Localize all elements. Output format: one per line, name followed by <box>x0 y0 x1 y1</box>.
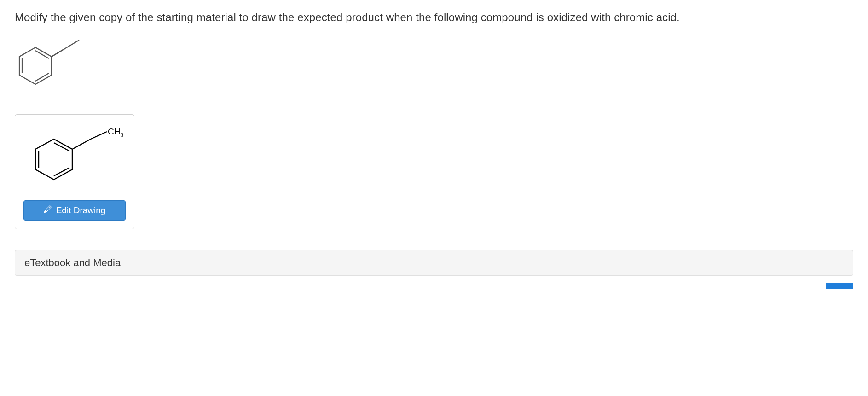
edit-drawing-button[interactable]: Edit Drawing <box>23 200 126 221</box>
svg-line-7 <box>52 48 65 57</box>
pencil-icon <box>44 205 52 215</box>
drawing-card: CH3 Edit Drawing <box>15 114 134 229</box>
bottom-strip <box>15 283 853 289</box>
edit-drawing-label: Edit Drawing <box>56 205 106 215</box>
structure-drawing-canvas[interactable]: CH3 <box>23 123 126 192</box>
etextbook-media-button[interactable]: eTextbook and Media <box>15 250 853 276</box>
svg-line-14 <box>91 132 107 139</box>
svg-line-8 <box>65 40 79 48</box>
reference-structure <box>15 38 853 100</box>
substituent-label: CH3 <box>108 127 123 139</box>
svg-marker-0 <box>19 47 52 84</box>
svg-marker-9 <box>35 139 72 180</box>
partial-button-sliver[interactable] <box>826 283 853 289</box>
svg-line-13 <box>72 139 91 149</box>
question-text: Modify the given copy of the starting ma… <box>15 10 853 25</box>
etextbook-media-label: eTextbook and Media <box>24 257 121 268</box>
